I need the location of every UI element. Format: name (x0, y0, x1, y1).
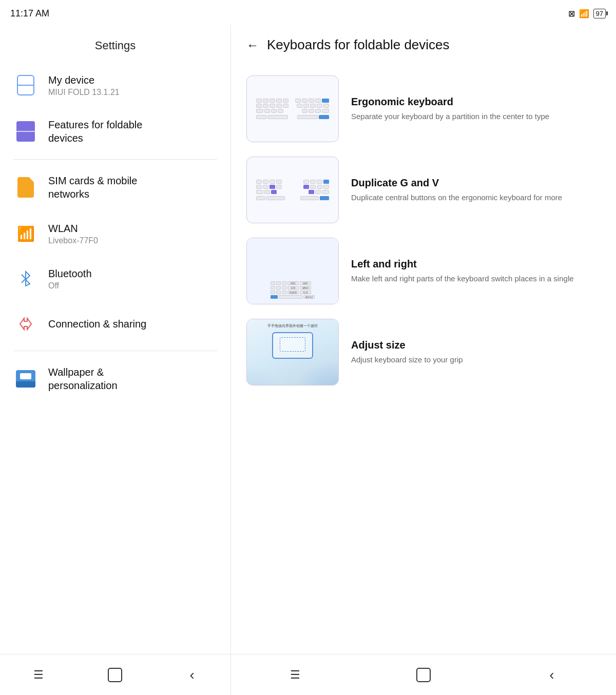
adjust-desc: Adjust keyboard size to your grip (351, 354, 601, 365)
home-button[interactable] (100, 662, 130, 688)
keyboard-list: Ergonomic keyboard Separate your keyboar… (231, 63, 616, 654)
wallpaper-icon (13, 366, 38, 391)
duplicate-preview (246, 157, 339, 223)
leftright-name: Left and right (351, 258, 601, 270)
home-icon (108, 668, 122, 682)
sim-icon (13, 175, 38, 200)
divider-2 (13, 351, 217, 351)
right-home-icon (416, 668, 431, 682)
adjust-preview: 手手拖放此界面外创建一个捷径 (246, 319, 339, 385)
adjust-name: Adjust size (351, 339, 601, 351)
right-back-icon: ‹ (549, 667, 554, 683)
wlan-sublabel: Livebox-77F0 (48, 236, 98, 245)
battery-icon: 97 (593, 9, 606, 18)
sidebar-item-sim-cards[interactable]: SIM cards & mobilenetworks (5, 164, 225, 211)
hamburger-button[interactable]: ☰ (23, 662, 54, 688)
settings-list: My device MIUI FOLD 13.1.21 Features for… (0, 63, 230, 654)
right-panel: ← Keyboards for foldable devices (231, 25, 616, 695)
main-container: Settings My device MIUI FOLD 13.1.21 Fea… (0, 25, 616, 695)
sidebar-item-wlan[interactable]: 📶 WLAN Livebox-77F0 (5, 211, 225, 256)
status-icons: ⊠ 📶 97 (568, 9, 606, 18)
right-back-button[interactable]: ‹ (536, 662, 567, 688)
right-home-button[interactable] (408, 662, 439, 688)
left-bottom-nav: ☰ ‹ (0, 654, 230, 695)
battery-level: 97 (596, 10, 603, 17)
my-device-sublabel: MIUI FOLD 13.1.21 (48, 88, 120, 97)
back-arrow-button[interactable]: ← (246, 38, 259, 52)
sidebar-item-wallpaper[interactable]: Wallpaper &personalization (5, 355, 225, 402)
divider-1 (13, 159, 217, 160)
right-panel-title: Keyboards for foldable devices (267, 37, 450, 53)
sidebar-item-connection[interactable]: Connection & sharing (5, 301, 225, 346)
connection-label: Connection & sharing (48, 317, 146, 331)
foldable-label: Features for foldabledevices (48, 118, 142, 145)
svg-marker-0 (20, 318, 31, 330)
sidebar-item-foldable-features[interactable]: Features for foldabledevices (5, 108, 225, 155)
settings-title: Settings (0, 25, 230, 63)
leftright-desc: Make left and right parts of the keyboar… (351, 273, 601, 284)
back-icon: ‹ (189, 667, 194, 683)
connection-icon (13, 312, 38, 336)
keyboard-item-ergonomic[interactable]: Ergonomic keyboard Separate your keyboar… (241, 68, 606, 149)
wallpaper-label: Wallpaper &personalization (48, 365, 118, 392)
wifi-icon: 📶 (579, 9, 589, 18)
right-bottom-nav: ☰ ‹ (231, 654, 616, 695)
device-icon (13, 73, 38, 98)
keyboard-item-leftright[interactable]: ABC DEF GHI MNO (241, 230, 606, 312)
right-header: ← Keyboards for foldable devices (231, 25, 616, 63)
hamburger-icon: ☰ (33, 668, 44, 682)
screen-icon: ⊠ (568, 9, 575, 18)
right-hamburger-button[interactable]: ☰ (280, 662, 311, 688)
ergonomic-desc: Separate your keyboard by a partition in… (351, 111, 601, 122)
duplicate-name: Duplicate G and V (351, 177, 601, 189)
back-button[interactable]: ‹ (177, 662, 207, 688)
keyboard-item-duplicate[interactable]: Duplicate G and V Duplicate central butt… (241, 149, 606, 230)
ergonomic-name: Ergonomic keyboard (351, 96, 601, 108)
sim-label: SIM cards & mobilenetworks (48, 174, 137, 201)
bluetooth-label: Bluetooth (48, 267, 92, 280)
bluetooth-sublabel: Off (48, 281, 92, 291)
my-device-label: My device (48, 73, 120, 87)
duplicate-desc: Duplicate central buttons on the ergonom… (351, 192, 601, 203)
bluetooth-icon (13, 266, 38, 291)
leftright-preview: ABC DEF GHI MNO (246, 238, 339, 304)
left-panel: Settings My device MIUI FOLD 13.1.21 Fea… (0, 25, 231, 695)
wlan-label: WLAN (48, 222, 98, 235)
keyboard-item-adjust[interactable]: 手手拖放此界面外创建一个捷径 Adjust size Adjust keyboa… (241, 312, 606, 393)
sidebar-item-bluetooth[interactable]: Bluetooth Off (5, 256, 225, 301)
foldable-icon (13, 119, 38, 144)
status-bar: 11:17 AM ⊠ 📶 97 (0, 0, 616, 25)
ergonomic-preview (246, 75, 339, 142)
status-time: 11:17 AM (10, 8, 49, 19)
sidebar-item-my-device[interactable]: My device MIUI FOLD 13.1.21 (5, 63, 225, 108)
right-hamburger-icon: ☰ (290, 668, 300, 682)
wlan-icon: 📶 (13, 221, 38, 246)
